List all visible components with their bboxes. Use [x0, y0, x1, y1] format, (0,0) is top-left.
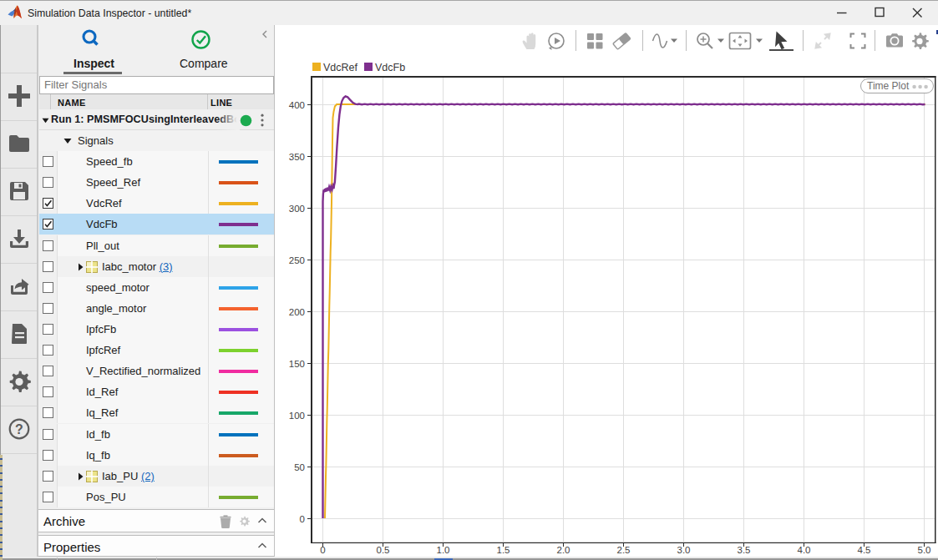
svg-text:200: 200: [289, 307, 305, 317]
svg-text:250: 250: [289, 255, 305, 265]
svg-text:1.5: 1.5: [497, 545, 510, 555]
svg-text:50: 50: [294, 462, 305, 472]
svg-text:2.0: 2.0: [557, 545, 570, 555]
svg-text:4.5: 4.5: [858, 545, 871, 555]
svg-text:350: 350: [289, 152, 305, 162]
svg-text:0: 0: [300, 514, 305, 524]
svg-text:4.0: 4.0: [798, 545, 811, 555]
svg-text:?: ?: [15, 422, 23, 436]
svg-text:400: 400: [289, 100, 305, 110]
svg-text:5.0: 5.0: [918, 545, 931, 555]
svg-text:2.5: 2.5: [617, 545, 631, 555]
svg-text:300: 300: [289, 204, 305, 214]
svg-text:3.0: 3.0: [677, 545, 691, 555]
svg-text:150: 150: [289, 359, 305, 369]
svg-text:0.5: 0.5: [377, 545, 390, 555]
svg-text:1.0: 1.0: [437, 545, 450, 555]
svg-text:3.5: 3.5: [738, 545, 751, 555]
svg-text:100: 100: [289, 411, 305, 421]
svg-text:0: 0: [320, 545, 325, 555]
